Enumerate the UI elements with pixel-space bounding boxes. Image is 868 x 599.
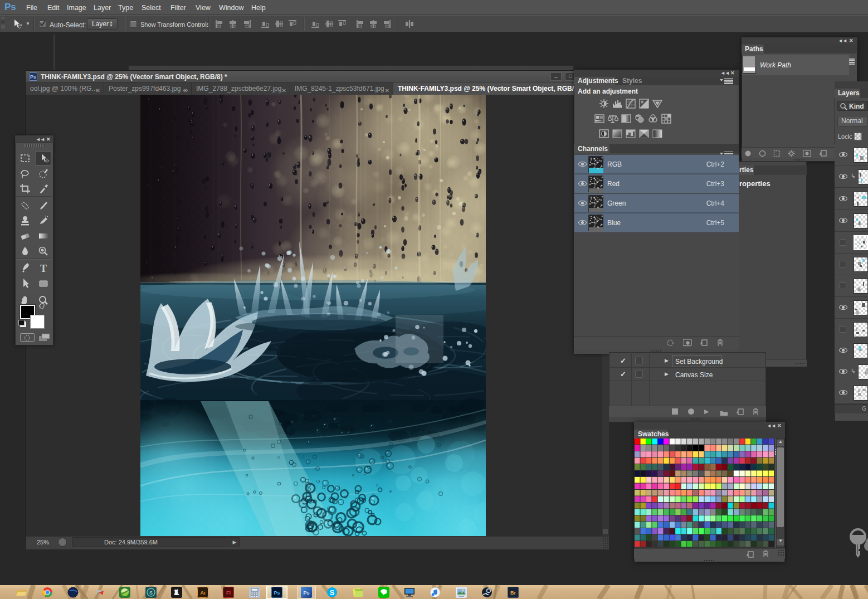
- svg-text:S: S: [149, 590, 153, 596]
- svg-text:T: T: [40, 263, 47, 274]
- svg-text:Fl: Fl: [226, 590, 231, 596]
- svg-text:Br: Br: [510, 590, 516, 596]
- svg-text:Ps: Ps: [303, 590, 309, 596]
- svg-text:S: S: [330, 588, 335, 597]
- svg-text:Ai: Ai: [201, 590, 206, 596]
- svg-text:Ps: Ps: [274, 590, 280, 596]
